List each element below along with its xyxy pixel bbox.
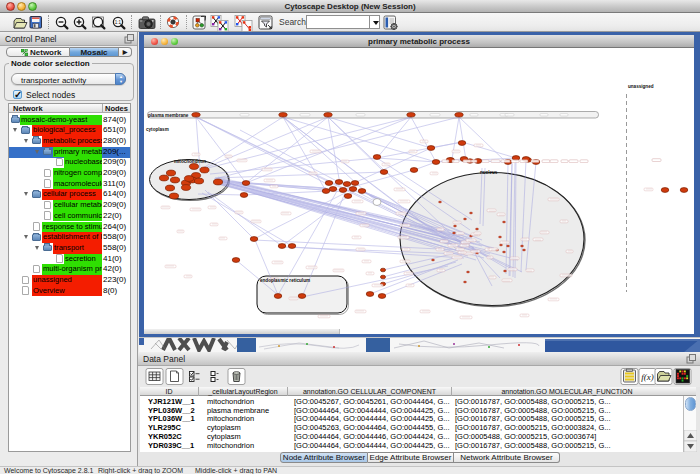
svg-text:cytoplasm: cytoplasm — [146, 127, 169, 132]
svg-text:nucleus: nucleus — [480, 170, 498, 175]
svg-text:endoplasmic reticulum: endoplasmic reticulum — [260, 278, 310, 283]
svg-text:unassigned: unassigned — [628, 84, 654, 89]
svg-text:mitochondrion: mitochondrion — [174, 159, 206, 164]
svg-text:plasma membrane: plasma membrane — [148, 113, 189, 118]
svg-text:f(x): f(x) — [641, 372, 654, 382]
svg-text:1:1: 1:1 — [115, 20, 122, 25]
